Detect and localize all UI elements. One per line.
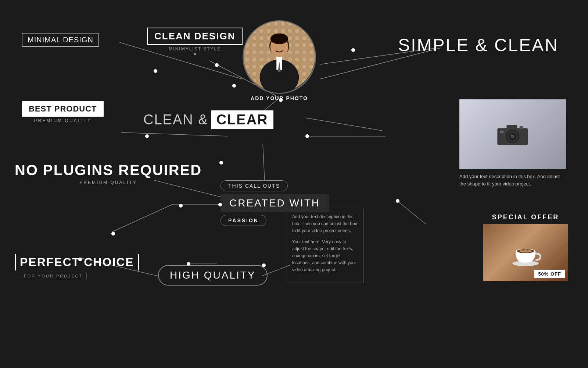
connector-dot-2 [232,84,236,88]
connector-dot-13 [78,258,82,261]
connector-dot-15 [262,263,266,267]
svg-line-17 [263,144,265,180]
camera-description: Add your text description in this box. A… [459,173,566,187]
connector-dot-10 [218,203,222,206]
simple-clean-label: SIMPLE & CLEAN [398,35,559,55]
camera-callout: Add your text description in this box. A… [459,99,566,187]
perfect-choice-row: PERFECT CHOICE [15,254,139,270]
photo-circle [243,20,316,94]
svg-point-42 [524,250,527,251]
best-product-callout: BEST PRODUCT PREMIUM QUALITY [22,101,104,123]
svg-line-16 [305,118,382,131]
connector-dot-11 [396,199,399,203]
connector-dot-1 [154,69,157,73]
passion-pill: PASSION [220,215,266,226]
clean-design-subtitle: MINIMALIST STYLE [147,46,243,52]
perfect-choice-bar-left [15,254,16,270]
connector-dot-5 [279,98,283,102]
this-callouts-pill: THIS CALL OUTS [220,180,288,191]
special-offer-label: SPECIAL OFFER [483,213,568,221]
perfect-choice-bar-right [138,254,139,270]
passion-text: PASSION [228,217,259,223]
svg-rect-34 [500,131,503,133]
svg-rect-29 [506,125,517,130]
high-quality-label: HIGH QUALITY [170,269,256,281]
minimal-design-label: MINIMAL DESIGN [28,36,93,44]
clean-clear-part1: CLEAN & [143,112,208,128]
special-offer-image: 50% OFF [483,224,568,281]
svg-line-9 [112,204,173,232]
svg-point-27 [270,33,288,44]
no-plugins-subtitle: PREMIUM QUALITY [15,180,202,185]
special-offer-badge: 50% OFF [534,270,565,278]
svg-point-36 [510,134,512,136]
clean-design-callout: CLEAN DESIGN MINIMALIST STYLE [147,28,243,55]
connector-dot-6 [145,134,149,138]
camera-image-area [459,99,566,169]
clean-design-label: CLEAN DESIGN [154,31,235,42]
this-callouts-text: THIS CALL OUTS [228,183,280,189]
svg-point-35 [519,126,523,130]
svg-line-8 [397,201,426,224]
connector-dot-3 [215,63,219,67]
text-desc-paragraph-1: Add your text description in this box. T… [292,213,358,235]
high-quality-callout: HIGH QUALITY [158,265,268,286]
special-offer-callout: SPECIAL OFFER 50% OFF [483,213,568,281]
high-quality-pill: HIGH QUALITY [158,265,268,286]
text-description-box: Add your text description in this box. T… [287,208,364,283]
clean-design-dot [194,53,196,55]
best-product-subtitle: PREMIUM QUALITY [22,118,104,123]
perfect-choice-label: PERFECT CHOICE [20,255,134,269]
connector-dot-8 [219,161,223,164]
perfect-choice-subtitle: FOR YOUR PROJECT [20,273,87,279]
clean-clear-part2: CLEAR [216,112,268,127]
connector-dot-4 [351,48,355,52]
no-plugins-label: NO PLUGINS REQUIRED [15,162,202,178]
created-with-text: CREATED WITH [229,197,320,209]
connector-dot-14 [187,262,190,266]
text-desc-paragraph-2: Your text here. Very easy to adjust the … [292,238,358,274]
perfect-choice-callout: PERFECT CHOICE FOR YOUR PROJECT [15,254,139,279]
connector-dot-9 [179,204,183,208]
simple-clean-callout: SIMPLE & CLEAN [398,35,559,55]
minimal-design-callout: MINIMAL DESIGN [22,33,99,47]
best-product-label: BEST PRODUCT [29,104,97,113]
svg-line-3 [121,132,228,136]
no-plugins-callout: NO PLUGINS REQUIRED PREMIUM QUALITY [15,162,202,185]
connector-dot-12 [111,232,115,236]
connector-dot-7 [305,134,309,138]
clean-clear-callout: CLEAN & CLEAR [143,110,273,129]
